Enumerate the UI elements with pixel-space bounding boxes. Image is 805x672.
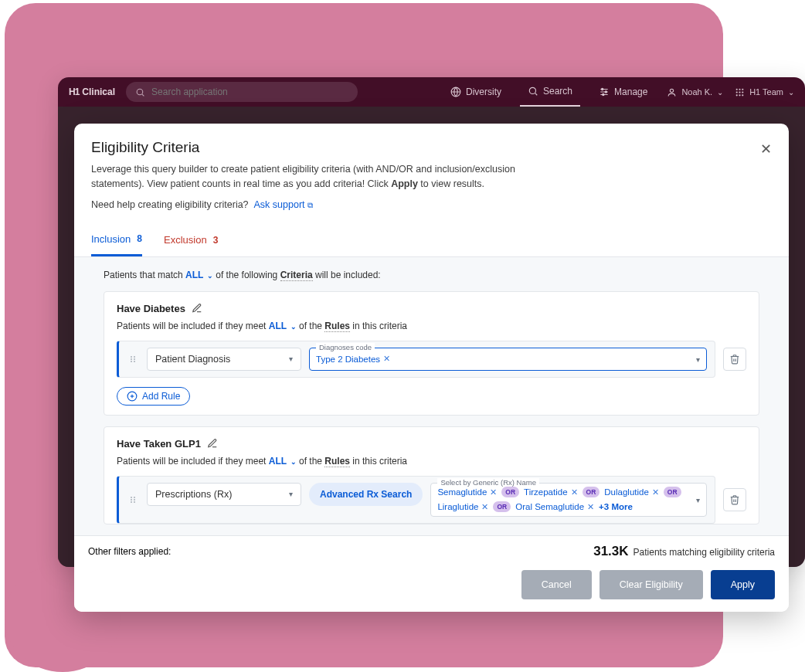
close-button[interactable]: ✕ bbox=[760, 141, 772, 158]
match-all-toggle[interactable]: ALL ⌄ bbox=[185, 270, 213, 280]
criteria-word: Criteria bbox=[280, 270, 313, 281]
search-icon bbox=[528, 86, 538, 97]
advanced-rx-search-button[interactable]: Advanced Rx Search bbox=[309, 483, 423, 506]
svg-point-3 bbox=[529, 87, 535, 93]
rule-type-value: Patient Diagnosis bbox=[155, 354, 230, 365]
drag-handle[interactable] bbox=[127, 483, 139, 517]
svg-point-21 bbox=[131, 356, 132, 358]
footer-buttons: Cancel Clear Eligibility Apply bbox=[88, 570, 775, 599]
sliders-icon bbox=[599, 87, 610, 97]
criteria-card-glp1: Have Taken GLP1 Patients will be include… bbox=[104, 426, 759, 524]
user-name: Noah K. bbox=[681, 87, 712, 97]
tab-inclusion-count: 8 bbox=[137, 233, 142, 244]
svg-point-24 bbox=[134, 358, 135, 360]
team-menu[interactable]: H1 Team ⌄ bbox=[734, 87, 794, 97]
criteria-title-row: Have Diabetes bbox=[117, 303, 746, 314]
chip-type2-diabetes: Type 2 Diabetes ✕ bbox=[316, 353, 390, 365]
delete-rule-button[interactable] bbox=[723, 348, 746, 371]
apply-button[interactable]: Apply bbox=[711, 570, 775, 599]
nav-manage[interactable]: Manage bbox=[591, 77, 655, 107]
help-line: Need help creating eligibility criteria?… bbox=[91, 199, 772, 210]
criteria-title-row: Have Taken GLP1 bbox=[117, 438, 746, 450]
nav-diversity-label: Diversity bbox=[466, 87, 501, 97]
delete-rule-button[interactable] bbox=[723, 488, 746, 511]
criteria-match-line: Patients will be included if they meet A… bbox=[117, 456, 746, 467]
clear-eligibility-button[interactable]: Clear Eligibility bbox=[600, 570, 703, 599]
grid-icon bbox=[734, 87, 745, 97]
brand-mark: H1 bbox=[69, 87, 79, 97]
match-condition-line: Patients that match ALL ⌄ of the followi… bbox=[104, 270, 759, 280]
chip-semaglutide: Semaglutide✕ bbox=[437, 487, 497, 498]
edit-title-button[interactable] bbox=[192, 303, 202, 314]
rule-type-select[interactable]: Prescriptions (Rx) ▾ bbox=[147, 483, 301, 506]
nav-manage-label: Manage bbox=[614, 87, 647, 97]
modal-title: Eligibility Criteria bbox=[91, 139, 772, 156]
global-search[interactable] bbox=[126, 82, 358, 102]
nav-diversity[interactable]: Diversity bbox=[443, 77, 509, 107]
ask-support-link[interactable]: Ask support ⧉ bbox=[254, 199, 314, 210]
svg-point-15 bbox=[735, 91, 737, 93]
modal-footer: Other filters applied: 31.3KPatients mat… bbox=[74, 535, 789, 612]
svg-point-18 bbox=[735, 94, 737, 96]
chip-liraglutide: Liraglutide✕ bbox=[437, 501, 488, 513]
topbar: H1 Clinical Diversity Search Man bbox=[58, 77, 805, 107]
close-icon: ✕ bbox=[760, 141, 772, 157]
rule-type-select[interactable]: Patient Diagnosis ▾ bbox=[147, 348, 301, 371]
tab-inclusion[interactable]: Inclusion 8 bbox=[91, 226, 142, 256]
chevron-down-icon[interactable]: ▾ bbox=[696, 495, 700, 504]
svg-point-13 bbox=[739, 88, 740, 90]
chip-remove[interactable]: ✕ bbox=[481, 502, 488, 512]
rules-word: Rules bbox=[324, 321, 350, 332]
chip-remove[interactable]: ✕ bbox=[383, 354, 390, 364]
svg-point-26 bbox=[134, 361, 135, 362]
or-pill: OR bbox=[493, 501, 511, 512]
svg-point-14 bbox=[742, 88, 743, 90]
svg-point-31 bbox=[134, 497, 135, 498]
patient-count: 31.3K bbox=[593, 544, 628, 558]
chevron-down-icon: ▾ bbox=[289, 490, 293, 498]
svg-point-34 bbox=[131, 501, 132, 503]
tabs: Inclusion 8 Exclusion 3 bbox=[74, 226, 789, 257]
svg-point-0 bbox=[137, 89, 143, 95]
criteria-all-toggle[interactable]: ALL ⌄ bbox=[269, 456, 297, 467]
svg-point-25 bbox=[131, 361, 132, 362]
chevron-down-icon: ⌄ bbox=[205, 272, 213, 280]
svg-point-16 bbox=[739, 91, 740, 93]
chevron-down-icon: ⌄ bbox=[288, 458, 297, 466]
svg-point-30 bbox=[131, 497, 132, 498]
criteria-match-line: Patients will be included if they meet A… bbox=[117, 321, 746, 331]
drag-handle[interactable] bbox=[127, 348, 139, 371]
chip-remove[interactable]: ✕ bbox=[571, 487, 578, 497]
diagnoses-code-field[interactable]: Diagnoses code Type 2 Diabetes ✕ ▾ bbox=[309, 348, 707, 371]
svg-point-22 bbox=[134, 356, 135, 358]
more-chips[interactable]: +3 More bbox=[599, 502, 633, 511]
chevron-down-icon: ⌄ bbox=[788, 88, 794, 97]
rule-row: Patient Diagnosis ▾ Diagnoses code Type … bbox=[117, 341, 715, 378]
field-label: Select by Generic (Rx) Name bbox=[437, 478, 539, 487]
nav-search[interactable]: Search bbox=[520, 77, 580, 107]
svg-point-19 bbox=[739, 94, 740, 96]
chip-remove[interactable]: ✕ bbox=[490, 487, 497, 497]
eligibility-modal: Eligibility Criteria Leverage this query… bbox=[74, 124, 789, 612]
rule-row: Prescriptions (Rx) ▾ Advanced Rx Search … bbox=[117, 476, 715, 524]
chevron-down-icon[interactable]: ▾ bbox=[696, 355, 700, 363]
chip-remove[interactable]: ✕ bbox=[652, 487, 659, 497]
cancel-button[interactable]: Cancel bbox=[521, 570, 592, 599]
trash-icon bbox=[729, 354, 740, 365]
global-search-input[interactable] bbox=[151, 87, 348, 97]
rule-type-value: Prescriptions (Rx) bbox=[155, 489, 232, 500]
user-menu[interactable]: Noah K. ⌄ bbox=[666, 87, 723, 97]
chip-remove[interactable]: ✕ bbox=[587, 502, 594, 512]
brand-logo[interactable]: H1 Clinical bbox=[69, 87, 115, 97]
chevron-down-icon: ▾ bbox=[289, 355, 293, 363]
tab-exclusion-count: 3 bbox=[213, 235, 219, 246]
criteria-all-toggle[interactable]: ALL ⌄ bbox=[269, 321, 297, 331]
add-rule-button[interactable]: Add Rule bbox=[117, 387, 190, 406]
tab-exclusion[interactable]: Exclusion 3 bbox=[164, 226, 218, 256]
external-link-icon: ⧉ bbox=[307, 201, 313, 209]
chip-dulaglutide: Dulaglutide✕ bbox=[604, 487, 659, 498]
edit-title-button[interactable] bbox=[207, 438, 218, 449]
chevron-down-icon: ⌄ bbox=[717, 88, 723, 97]
svg-point-32 bbox=[131, 499, 132, 501]
rx-name-field[interactable]: Select by Generic (Rx) Name Semaglutide✕… bbox=[430, 483, 707, 517]
